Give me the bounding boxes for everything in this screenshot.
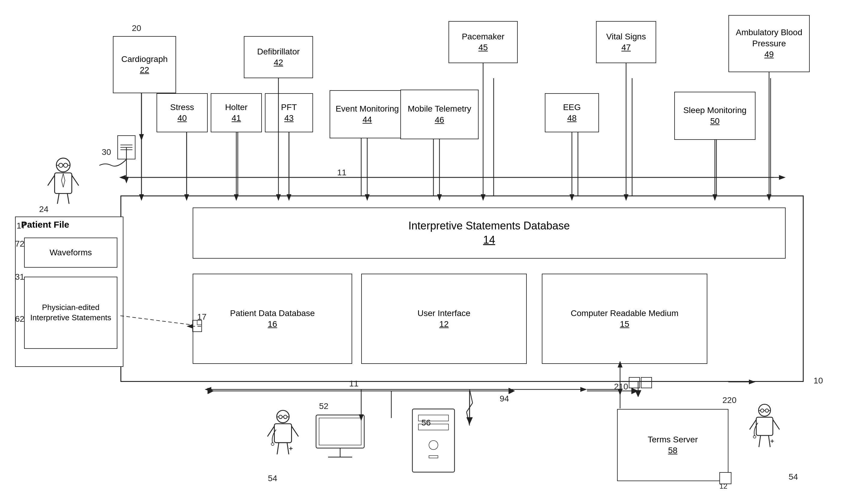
svg-line-141 — [466, 403, 473, 412]
svg-rect-79 — [319, 418, 361, 445]
ref-94: 94 — [500, 394, 509, 403]
computer-readable-box: Computer Readable Medium 15 — [542, 274, 707, 364]
svg-line-59 — [48, 175, 55, 185]
svg-marker-40 — [466, 417, 473, 424]
event-monitoring-box: Event Monitoring 44 — [330, 90, 405, 138]
svg-line-95 — [773, 419, 779, 429]
svg-line-60 — [72, 175, 79, 185]
doctor-icon-right — [746, 403, 783, 451]
ref-30: 30 — [102, 147, 111, 157]
svg-line-97 — [769, 435, 770, 447]
svg-line-140 — [469, 390, 473, 403]
interpretive-db-box: Interpretive Statements Database 14 — [193, 208, 786, 258]
svg-line-142 — [466, 412, 469, 426]
svg-marker-104 — [124, 177, 129, 183]
doctor-icon-workstation — [265, 409, 301, 457]
terms-person-right — [746, 403, 783, 451]
ref-11b: 11 — [349, 379, 359, 389]
svg-marker-102 — [139, 134, 144, 141]
physician-edited-box: Physician-edited Interpretive Statements — [24, 277, 117, 349]
svg-rect-86 — [429, 455, 438, 458]
svg-rect-78 — [316, 415, 364, 448]
sleep-monitoring-box: Sleep Monitoring 50 — [674, 92, 756, 140]
eeg-box: EEG 48 — [545, 93, 599, 132]
svg-line-61 — [57, 193, 59, 203]
system-id: 10 — [813, 376, 823, 385]
svg-marker-43 — [632, 388, 638, 394]
terms-server-box: Terms Server 58 — [617, 409, 728, 481]
patient-file-label: Patient File — [21, 219, 69, 230]
svg-line-74 — [287, 443, 289, 454]
svg-marker-37 — [509, 388, 515, 394]
svg-point-53 — [59, 163, 63, 167]
svg-point-85 — [429, 440, 438, 450]
svg-marker-107 — [119, 175, 126, 180]
svg-line-72 — [292, 426, 298, 436]
ambulatory-bp-box: Ambulatory Blood Pressure 49 — [728, 15, 810, 72]
ref-17: 17 — [17, 221, 26, 231]
patient-data-db-box: Patient Data Database 16 — [193, 274, 352, 364]
ref-54b: 54 — [789, 472, 798, 482]
svg-point-52 — [56, 158, 70, 172]
user-interface-box: User Interface 12 — [361, 274, 527, 364]
svg-point-54 — [64, 163, 68, 167]
svg-point-65 — [279, 415, 282, 419]
waveforms-box: Waveforms — [24, 237, 117, 268]
svg-line-96 — [759, 435, 761, 447]
defibrillator-box: Defibrillator 42 — [244, 36, 313, 78]
svg-point-88 — [761, 409, 764, 412]
workstation-monitor — [310, 409, 370, 470]
ref-12-terms: 12 — [719, 481, 727, 491]
svg-marker-137 — [580, 387, 587, 392]
ref-17b: 17 — [197, 312, 206, 322]
doctor-icon-top — [45, 156, 81, 204]
svg-point-89 — [765, 409, 769, 412]
svg-marker-63 — [62, 174, 65, 187]
doctor-person-top — [45, 156, 81, 204]
svg-rect-93 — [756, 417, 773, 435]
pft-box: PFT 43 — [265, 93, 313, 132]
pacemaker-box: Pacemaker 45 — [448, 21, 518, 63]
ref-210: 210 — [614, 382, 628, 392]
ref-31: 31 — [15, 272, 24, 282]
svg-marker-106 — [779, 175, 786, 180]
svg-rect-70 — [274, 424, 291, 443]
holter-box: Holter 41 — [211, 93, 262, 132]
vital-signs-box: Vital Signs 47 — [596, 21, 656, 63]
svg-line-62 — [67, 193, 69, 203]
svg-rect-84 — [418, 424, 448, 430]
svg-line-73 — [277, 443, 279, 454]
svg-point-66 — [284, 415, 287, 419]
ref-20: 20 — [132, 23, 141, 33]
svg-marker-136 — [205, 387, 211, 392]
svg-rect-83 — [418, 415, 448, 421]
server-tower — [406, 406, 461, 476]
stress-box: Stress 40 — [156, 93, 208, 132]
ref-11a: 11 — [337, 168, 346, 177]
svg-rect-58 — [54, 173, 72, 194]
ref-72: 72 — [15, 239, 24, 249]
ref-24: 24 — [39, 204, 49, 214]
cardiograph-box: Cardiograph 22 — [113, 36, 176, 93]
svg-marker-36 — [208, 388, 214, 394]
ref-62: 62 — [15, 314, 24, 324]
svg-marker-46 — [635, 390, 641, 397]
diagram: Cardiograph 22 Defibrillator 42 Pacemake… — [0, 0, 841, 504]
ref-54a: 54 — [268, 474, 277, 483]
mobile-telemetry-box: Mobile Telemetry 46 — [400, 90, 479, 139]
doctor-workstation-person — [265, 409, 301, 457]
ref-220: 220 — [722, 395, 737, 405]
gateway-box — [117, 135, 135, 159]
